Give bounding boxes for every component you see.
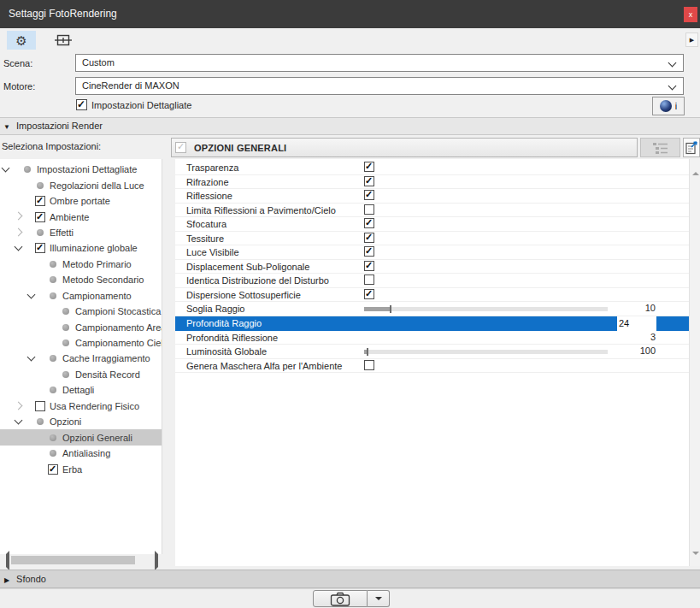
- close-button[interactable]: x: [684, 7, 697, 22]
- option-label: Trasparenza: [186, 162, 238, 174]
- tree-item[interactable]: Antialiasing: [0, 446, 162, 461]
- slider-handle[interactable]: [367, 348, 368, 356]
- tree-view-button[interactable]: [640, 138, 680, 157]
- tree-item[interactable]: Regolazioni della Luce: [0, 177, 162, 192]
- dropdown-arrow-icon: [375, 597, 382, 604]
- tree-item-label: Regolazioni della Luce: [50, 180, 144, 191]
- option-checkbox[interactable]: [364, 289, 374, 299]
- option-value[interactable]: 3: [585, 332, 656, 342]
- bullet-icon: [62, 339, 69, 346]
- engine-select[interactable]: CineRender di MAXON: [75, 77, 684, 95]
- option-row: Genera Maschera Alfa per l'Ambiente: [175, 359, 689, 374]
- hscroll-thumb[interactable]: [11, 556, 135, 564]
- option-label: Genera Maschera Alfa per l'Ambiente: [186, 360, 342, 372]
- general-options-header: OPZIONI GENERALI: [171, 138, 638, 157]
- option-checkbox[interactable]: [364, 218, 374, 228]
- tree-item[interactable]: Cache Irraggiamento: [0, 351, 162, 366]
- option-checkbox[interactable]: [364, 246, 374, 257]
- tree-item-label: Campionamento Area Discr: [75, 322, 162, 333]
- render-dropdown-button[interactable]: [368, 590, 390, 607]
- option-label: Tessiture: [186, 233, 224, 245]
- cinerender-info-button[interactable]: i: [652, 97, 685, 115]
- bullet-icon: [50, 261, 56, 268]
- tree-item-label: Ombre portate: [50, 196, 110, 206]
- option-slider[interactable]: [364, 350, 608, 354]
- detailed-settings-checkbox[interactable]: [76, 99, 87, 110]
- chevron-down-icon[interactable]: [2, 164, 10, 173]
- window-layout-button[interactable]: [49, 31, 78, 50]
- option-row: Limita Riflessioni a Pavimento/Cielo: [175, 204, 689, 218]
- chevron-down-icon[interactable]: [15, 416, 23, 425]
- tree-item[interactable]: Effetti: [0, 225, 162, 240]
- scroll-down-button[interactable]: [690, 555, 700, 566]
- scene-select[interactable]: Custom: [75, 54, 684, 72]
- toolbar-expand-button[interactable]: ▶: [685, 32, 698, 47]
- option-row: Dispersione Sottosuperficie: [175, 288, 689, 303]
- option-label: Rifrazione: [186, 176, 229, 188]
- tree-item[interactable]: Illuminazione globale: [0, 240, 162, 256]
- tree-item[interactable]: Campioni Stocastica: [0, 304, 162, 319]
- option-checkbox[interactable]: [364, 176, 374, 186]
- background-section-header[interactable]: ▶ Sfondo: [0, 570, 700, 588]
- option-checkbox[interactable]: [364, 204, 374, 215]
- tree-item[interactable]: Metodo Primario: [0, 257, 162, 272]
- tree-item[interactable]: Impostazioni Dettagliate: [0, 162, 162, 177]
- tree-item[interactable]: Dettagli: [0, 382, 162, 398]
- selected-option-highlight[interactable]: Profondità Raggio: [175, 316, 617, 331]
- tree-item[interactable]: Erba: [0, 461, 162, 476]
- tree-item-checkbox[interactable]: [48, 464, 58, 475]
- header-checkbox[interactable]: [175, 142, 186, 153]
- tree-item[interactable]: Campionamento Cielo Disc: [0, 335, 162, 351]
- options-vscrollbar[interactable]: [689, 159, 700, 566]
- tree-item[interactable]: Usa Rendering Fisico: [0, 398, 162, 414]
- chevron-down-icon[interactable]: [15, 243, 23, 251]
- tree-item[interactable]: Opzioni Generali: [0, 429, 162, 445]
- option-checkbox[interactable]: [364, 162, 374, 172]
- option-value[interactable]: 10: [585, 303, 656, 313]
- render-button[interactable]: [313, 590, 368, 607]
- option-slider[interactable]: [364, 307, 608, 311]
- option-row: Identica Distribuzione del Disturbo: [175, 274, 689, 288]
- tree-item-label: Dettagli: [62, 385, 94, 395]
- tree-item-checkbox[interactable]: [35, 196, 45, 206]
- tree-item[interactable]: Campionamento Area Discr: [0, 319, 162, 334]
- selected-option-highlight-right: [656, 316, 689, 331]
- option-checkbox[interactable]: [364, 190, 374, 200]
- chevron-right-icon[interactable]: [15, 212, 23, 221]
- chevron-down-icon[interactable]: [27, 353, 36, 362]
- triangle-down-icon: ▼: [0, 119, 14, 135]
- option-checkbox[interactable]: [364, 274, 374, 285]
- tree-item-label: Antialiasing: [62, 448, 110, 458]
- chevron-down-icon: [668, 59, 677, 68]
- render-section-label: Impostazioni Render: [16, 121, 103, 131]
- scroll-right-button[interactable]: [151, 554, 162, 566]
- chevron-right-icon[interactable]: [15, 227, 23, 236]
- slider-handle[interactable]: [390, 305, 391, 313]
- tree-item[interactable]: Metodo Secondario: [0, 272, 162, 287]
- tree-item[interactable]: Densità Record: [0, 367, 162, 382]
- tree-item-checkbox[interactable]: [35, 212, 45, 222]
- option-checkbox[interactable]: [364, 261, 374, 271]
- tree-item-checkbox[interactable]: [35, 401, 45, 411]
- scroll-left-button[interactable]: [0, 554, 10, 566]
- scroll-up-button[interactable]: [690, 159, 700, 170]
- value-input[interactable]: 24: [617, 316, 656, 331]
- tree-hscrollbar[interactable]: [0, 554, 162, 566]
- expert-edit-button[interactable]: [683, 138, 700, 157]
- tree-item-label: Campioni Stocastica: [75, 306, 161, 316]
- render-settings-tab[interactable]: ⚙: [7, 31, 36, 50]
- bullet-icon: [50, 292, 56, 299]
- tree-item[interactable]: Opzioni: [0, 414, 162, 429]
- tree-item[interactable]: Ambiente: [0, 209, 162, 224]
- option-checkbox[interactable]: [364, 233, 374, 243]
- option-row: Tessiture: [175, 232, 689, 246]
- tree-item[interactable]: Ombre portate: [0, 193, 162, 209]
- chevron-right-icon[interactable]: [15, 401, 23, 410]
- option-checkbox[interactable]: [364, 360, 374, 370]
- detailed-settings-label: Impostazioni Dettagliate: [91, 100, 191, 110]
- chevron-down-icon[interactable]: [27, 290, 36, 298]
- option-value[interactable]: 100: [585, 345, 656, 356]
- tree-item[interactable]: Campionamento: [0, 288, 162, 304]
- tree-item-checkbox[interactable]: [35, 243, 45, 253]
- render-settings-section-header[interactable]: ▼ Impostazioni Render: [0, 117, 700, 135]
